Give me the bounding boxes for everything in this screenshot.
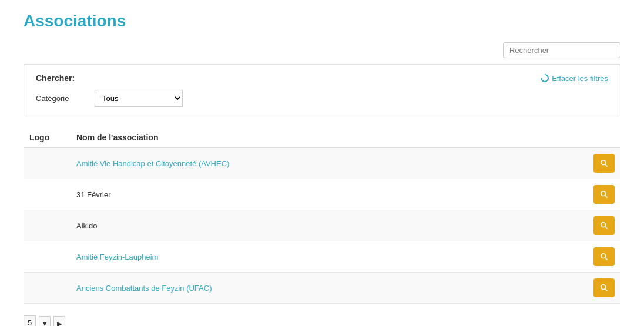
page-title: Associations [24, 12, 620, 31]
logo-cell [24, 210, 71, 241]
top-search-container [24, 42, 620, 58]
action-cell [585, 273, 620, 304]
clear-filters-label: Effacer les filtres [552, 74, 608, 83]
table-row: Amitié Feyzin-Laupheim [24, 241, 620, 273]
view-association-button[interactable] [593, 278, 615, 297]
rows-per-page-box: 5 [24, 315, 36, 326]
table-header-row: Logo Nom de l'association [24, 128, 620, 147]
col-name: Nom de l'association [71, 128, 585, 147]
action-cell [585, 210, 620, 241]
search-input[interactable] [503, 42, 620, 58]
chercher-label: Chercher: [36, 73, 75, 83]
association-name-cell: 31 Février [71, 179, 585, 210]
rows-per-page-right-arrow[interactable]: ▶ [53, 316, 65, 327]
view-association-button[interactable] [593, 216, 615, 235]
table-row: Aikido [24, 210, 620, 241]
association-name-link[interactable]: Amitié Vie Handicap et Citoyenneté (AVHE… [76, 159, 229, 168]
rows-per-page-arrow[interactable]: ▼ [39, 316, 51, 327]
logo-cell [24, 241, 71, 273]
table-row: 31 Février [24, 179, 620, 210]
col-logo: Logo [24, 128, 71, 147]
association-table: Logo Nom de l'association Amitié Vie Han… [24, 128, 620, 304]
association-name-cell: Amitié Vie Handicap et Citoyenneté (AVHE… [71, 147, 585, 179]
filter-row: Catégorie Tous Sport Culture Loisirs Soc… [36, 90, 608, 107]
svg-line-9 [605, 289, 608, 291]
svg-line-1 [605, 164, 608, 167]
category-label: Catégorie [36, 94, 83, 103]
action-cell [585, 241, 620, 273]
filter-header: Chercher: Effacer les filtres [36, 73, 608, 83]
table-row: Anciens Combattants de Feyzin (UFAC) [24, 273, 620, 304]
view-association-button[interactable] [593, 185, 615, 204]
association-name-cell: Amitié Feyzin-Laupheim [71, 241, 585, 273]
rows-count-display: 5 [28, 318, 32, 326]
action-cell [585, 179, 620, 210]
svg-line-5 [605, 227, 608, 229]
svg-line-7 [605, 258, 608, 260]
logo-cell [24, 179, 71, 210]
association-name-link[interactable]: Amitié Feyzin-Laupheim [76, 253, 158, 261]
action-cell [585, 147, 620, 179]
filter-section: Chercher: Effacer les filtres Catégorie … [24, 64, 620, 116]
clear-filters-link[interactable]: Effacer les filtres [541, 74, 608, 83]
category-select[interactable]: Tous Sport Culture Loisirs Social [95, 90, 183, 107]
view-association-button[interactable] [593, 154, 615, 173]
association-name-link[interactable]: Anciens Combattants de Feyzin (UFAC) [76, 284, 212, 293]
view-association-button[interactable] [593, 247, 615, 266]
table-row: Amitié Vie Handicap et Citoyenneté (AVHE… [24, 147, 620, 179]
pagination-top: 5 ▼ ▶ [24, 315, 620, 326]
logo-cell [24, 147, 71, 179]
logo-cell [24, 273, 71, 304]
association-name-cell: Aikido [71, 210, 585, 241]
refresh-icon [539, 72, 551, 84]
svg-line-3 [605, 196, 608, 198]
col-action [585, 128, 620, 147]
association-name-cell: Anciens Combattants de Feyzin (UFAC) [71, 273, 585, 304]
